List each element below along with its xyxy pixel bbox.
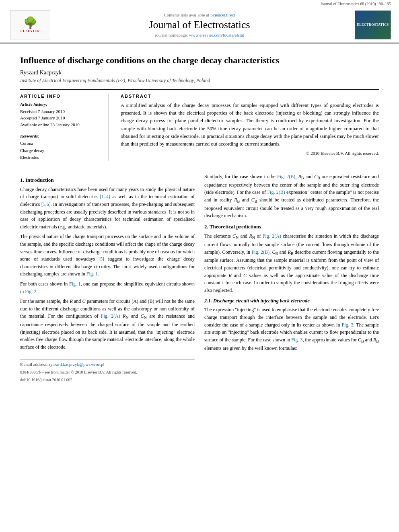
- article-affiliation: Institute of Electrical Engineering Fund…: [20, 78, 379, 84]
- accepted-date: Accepted 7 January 2010: [20, 115, 100, 121]
- keywords-label: Keywords:: [20, 134, 100, 138]
- main-right-column: Similarly, for the case shown in the Fig…: [204, 173, 379, 382]
- available-online-date: Available online 28 January 2010: [20, 121, 100, 128]
- subsection2-1-para: The expression "injecting" is used to em…: [204, 306, 379, 352]
- ref-fig3[interactable]: Fig. 3: [341, 322, 353, 328]
- section1-para1: Charge decay characteristics have been u…: [20, 186, 195, 231]
- sciencedirect-link[interactable]: ScienceDirect: [210, 12, 235, 17]
- issn-line: 0304-3886/$ – see front matter © 2010 El…: [20, 370, 195, 374]
- journal-reference-bar: Journal of Electrostatics 68 (2010) 190–…: [0, 0, 399, 7]
- homepage-prefix: journal homepage:: [155, 33, 189, 37]
- section1-para3: For both cases shown in Fig. 1, one can …: [20, 280, 195, 295]
- journal-ref-text: Journal of Electrostatics 68 (2010) 190–…: [320, 2, 391, 6]
- journal-title: Journal of Electrostatics: [60, 19, 339, 31]
- elsevier-tree-icon: 🌳: [23, 17, 37, 29]
- badge-title-text: ELECTROSTATICS: [357, 23, 389, 27]
- keywords-section: Keywords: Corona Charge decay Electrodes: [20, 134, 100, 161]
- history-title: Article history:: [20, 102, 100, 107]
- page-content: Influence of discharge conditions on the…: [0, 43, 399, 390]
- header-logo-right: ELECTROSTATICS: [347, 10, 391, 39]
- main-body: 1. Introduction Charge decay characteris…: [20, 173, 379, 382]
- article-history: Article history: Received 7 January 2010…: [20, 102, 100, 128]
- section2-para1: The elements CN and RN of Fig. 2(A) char…: [204, 232, 379, 294]
- ref-fig3b[interactable]: Fig. 3: [291, 337, 302, 343]
- email-link[interactable]: ryszard.kacprzyk@pwr.wroc.pl: [49, 362, 104, 367]
- keyword-electrodes: Electrodes: [20, 154, 100, 161]
- section1-heading: 1. Introduction: [20, 177, 195, 183]
- footer-area: E-mail address: ryszard.kacprzyk@pwr.wro…: [20, 359, 195, 382]
- ref-fig2b2[interactable]: Fig. 2(B): [252, 249, 269, 255]
- header-center: Contents lists available at ScienceDirec…: [52, 12, 347, 37]
- ref-5[interactable]: [5]: [99, 256, 104, 262]
- main-left-column: 1. Introduction Charge decay characteris…: [20, 173, 195, 382]
- ref-fig2a2[interactable]: Fig. 2(A): [263, 233, 281, 239]
- journal-homepage: journal homepage: www.elsevier.com/locat…: [60, 33, 339, 37]
- electrostatics-badge: ELECTROSTATICS: [355, 10, 391, 39]
- ref-fig1[interactable]: Fig. 1: [86, 271, 98, 277]
- sciencedirect-line: Contents lists available at ScienceDirec…: [60, 12, 339, 17]
- ref-fig2a[interactable]: Fig. 2(A): [101, 313, 120, 319]
- subsection2-1-heading: 2.1. Discharge circuit with injecting ba…: [204, 298, 379, 304]
- email-label: E-mail address:: [20, 362, 49, 367]
- sciencedirect-prefix: Contents lists available at: [164, 12, 210, 17]
- journal-header: 🌳 ELSEVIER Contents lists available at S…: [0, 7, 399, 43]
- section1-right-para1: Similarly, for the case shown in the Fig…: [204, 173, 379, 220]
- article-info-right: ABSTRACT A simplified analysis of the ch…: [121, 94, 379, 161]
- abstract-text: A simplified analysis of the charge deca…: [121, 102, 379, 148]
- divider-after-affiliation: [20, 89, 379, 90]
- article-info-label: ARTICLE INFO: [20, 94, 100, 99]
- article-info-left: ARTICLE INFO Article history: Received 7…: [20, 94, 109, 161]
- received-date: Received 7 January 2010: [20, 108, 100, 115]
- ref-5-6[interactable]: [5,6]: [41, 201, 51, 207]
- homepage-link[interactable]: www.elsevier.com/locate/elstat: [189, 33, 244, 37]
- keyword-corona: Corona: [20, 140, 100, 147]
- elsevier-wordmark: ELSEVIER: [21, 29, 40, 33]
- ref-fig2[interactable]: Fig. 2: [25, 289, 36, 294]
- article-title: Influence of discharge conditions on the…: [20, 55, 379, 66]
- doi-line: doi:10.1016/j.elstat.2010.01.002: [20, 378, 195, 382]
- ref-fig1b[interactable]: Fig. 1: [69, 281, 81, 287]
- elsevier-logo-box: 🌳 ELSEVIER: [10, 10, 50, 39]
- ref-fig2bc[interactable]: Fig. 2(B): [267, 189, 285, 195]
- email-footnote: E-mail address: ryszard.kacprzyk@pwr.wro…: [20, 362, 195, 367]
- ref-1-4[interactable]: [1–4]: [100, 194, 110, 199]
- abstract-label: ABSTRACT: [121, 94, 379, 99]
- section1-para2: The physical nature of the charge transp…: [20, 233, 195, 278]
- keyword-charge-decay: Charge decay: [20, 147, 100, 154]
- elsevier-logo: 🌳 ELSEVIER: [8, 10, 52, 39]
- section-divider: [20, 167, 379, 167]
- section2-heading: 2. Theoretical predictions: [204, 224, 379, 230]
- article-authors: Ryszard Kacprzyk: [20, 70, 379, 76]
- ref-fig2b[interactable]: Fig. 2(B): [277, 174, 295, 179]
- copyright-line: © 2010 Elsevier B.V. All rights reserved…: [121, 151, 379, 156]
- article-info-abstract: ARTICLE INFO Article history: Received 7…: [20, 94, 379, 161]
- section1-para4: For the same sample, the R and C paramet…: [20, 298, 195, 351]
